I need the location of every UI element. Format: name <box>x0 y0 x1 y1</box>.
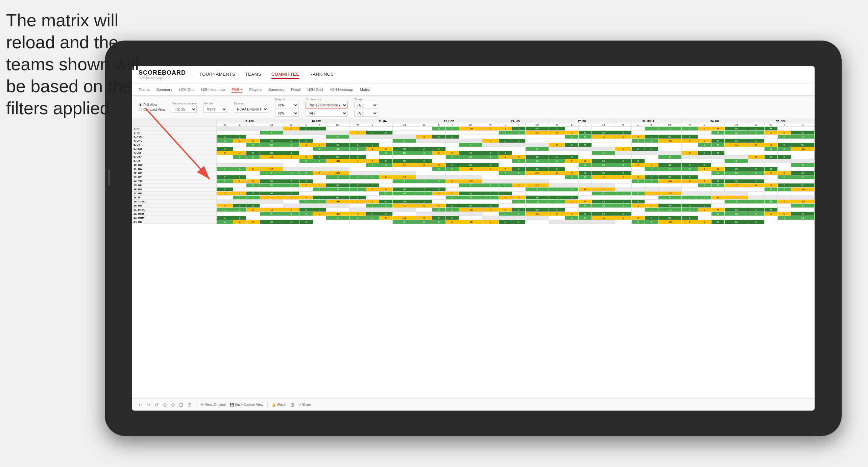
region-select[interactable]: N/A <box>275 102 299 108</box>
zoom-in-icon[interactable]: ⊕ <box>171 402 175 408</box>
zoom-out-icon[interactable]: ⊖ <box>163 402 167 408</box>
subnav-h2h-grid[interactable]: H2H Grid <box>179 87 194 92</box>
save-custom-btn[interactable]: 💾 Save Custom View <box>230 403 263 407</box>
matrix-cell <box>615 167 631 171</box>
matrix-cell: 0 <box>512 171 525 175</box>
matrix-cell <box>349 179 366 183</box>
share-btn[interactable]: ↗ Share <box>298 403 311 407</box>
table-row: 23. UNM208100-1500000-10030602016 <box>132 216 815 220</box>
nav-teams[interactable]: TEAMS <box>245 70 261 79</box>
max-teams-select[interactable]: Top 25 <box>172 106 197 113</box>
matrix-cell: 2 <box>748 131 764 135</box>
matrix-cell: 0 <box>764 188 777 192</box>
conference-select[interactable]: Pac-12 Conference ▾ <box>306 102 347 108</box>
matrix-cell <box>565 204 578 208</box>
matrix-cell: 60 <box>525 208 549 212</box>
matrix-cell <box>725 192 748 196</box>
matrix-cell <box>525 135 549 139</box>
region-select-2[interactable]: N/A <box>275 110 299 117</box>
matrix-cell: 0 <box>764 167 777 171</box>
matrix-cell <box>565 179 578 183</box>
matrix-cell: 2 <box>499 155 512 159</box>
division-select[interactable]: NCAA Division I <box>234 106 268 113</box>
matrix-cell <box>459 159 482 163</box>
subnav-players[interactable]: Players <box>249 87 262 92</box>
matrix-area[interactable]: 3. ASU 10. UW 11. UA 22. UCB 24. UO 27. … <box>132 119 815 398</box>
matrix-cell: 0 <box>645 135 658 139</box>
sh-l7: L <box>631 123 645 127</box>
sh-w5: W <box>482 123 499 127</box>
matrix-cell <box>711 163 724 167</box>
matrix-cell <box>482 212 499 216</box>
redo-icon[interactable]: ↪ <box>147 402 151 408</box>
matrix-cell <box>379 183 392 188</box>
matrix-cell: 0 <box>778 200 791 204</box>
nav-committee[interactable]: COMMITTEE <box>271 70 299 79</box>
matrix-cell: 0 <box>217 151 233 155</box>
matrix-cell <box>778 167 791 171</box>
matrix-cell: 1 <box>349 216 366 220</box>
subnav-matrix2[interactable]: Matrix <box>360 87 370 92</box>
team-name-cell: 22. UCB <box>132 212 217 216</box>
subnav-summary2[interactable]: Summary <box>268 87 284 92</box>
subnav-summary[interactable]: Summary <box>156 87 172 92</box>
matrix-cell <box>283 188 299 192</box>
watch-btn[interactable]: 🔔 Watch <box>272 403 286 407</box>
matrix-cell: 0 <box>432 220 445 224</box>
matrix-cell <box>791 159 814 163</box>
matrix-cell: -10 <box>525 131 549 135</box>
reset-icon[interactable]: ↺ <box>155 402 159 408</box>
matrix-cell: 0 <box>565 135 578 139</box>
matrix-cell: 60 <box>525 167 549 171</box>
matrix-cell <box>525 179 549 183</box>
matrix-cell <box>615 183 631 188</box>
matrix-cell: 2 <box>416 188 432 192</box>
matrix-cell <box>432 196 445 200</box>
conference-select-2[interactable]: (All) <box>306 110 347 117</box>
matrix-cell <box>326 179 349 183</box>
matrix-cell <box>313 131 326 135</box>
fit-icon[interactable]: ⊡ <box>179 402 183 408</box>
matrix-cell: 0 <box>299 179 313 183</box>
matrix-cell: 16 <box>459 155 482 159</box>
matrix-cell <box>615 196 631 200</box>
matrix-cell: 0 <box>366 163 379 167</box>
nav-tournaments[interactable]: TOURNAMENTS <box>199 70 235 79</box>
clock-icon[interactable]: ⏱ <box>187 402 192 408</box>
matrix-cell <box>432 155 445 159</box>
gender-select[interactable]: Men's <box>203 106 227 113</box>
matrix-cell: 0 <box>283 155 299 159</box>
matrix-cell: 16 <box>791 135 814 139</box>
team-name-cell: 11. UA <box>132 167 217 171</box>
matrix-cell <box>459 175 482 179</box>
matrix-cell <box>260 163 283 167</box>
matrix-cell: 48 <box>392 147 416 151</box>
matrix-cell <box>512 192 525 196</box>
matrix-cell: 0 <box>764 127 777 131</box>
matrix-cell: 3 <box>764 183 777 188</box>
subnav-h2h-heatmap[interactable]: H2H Heatmap <box>201 87 225 92</box>
team-select-2[interactable]: (All) <box>354 110 378 117</box>
matrix-cell: 0 <box>366 131 379 135</box>
undo-icon[interactable]: ↩ <box>139 402 143 408</box>
subnav-detail[interactable]: Detail <box>291 87 300 92</box>
matrix-cell <box>366 151 379 155</box>
matrix-cell <box>658 183 681 188</box>
team-select[interactable]: (All) <box>354 102 378 108</box>
matrix-cell <box>313 216 326 220</box>
sh-t9: T <box>778 123 791 127</box>
matrix-cell <box>260 147 283 151</box>
matrix-cell: 3 <box>764 143 777 147</box>
matrix-cell <box>791 127 814 131</box>
subnav-h2h-heatmap2[interactable]: H2H Heatmap <box>330 87 353 92</box>
matrix-cell: 16 <box>525 200 549 204</box>
view-original-btn[interactable]: 👁 View: Original <box>200 403 226 407</box>
matrix-cell: -15 <box>260 208 283 212</box>
grid-icon[interactable]: ⊞ <box>290 402 294 408</box>
subnav-matrix[interactable]: Matrix <box>232 87 242 93</box>
nav-rankings[interactable]: RANKINGS <box>309 70 334 79</box>
matrix-cell <box>233 212 246 216</box>
sh-t2: T <box>313 123 326 127</box>
subnav-h2h-grid2[interactable]: H2H Grid <box>307 87 323 92</box>
matrix-cell: 60 <box>260 151 283 155</box>
